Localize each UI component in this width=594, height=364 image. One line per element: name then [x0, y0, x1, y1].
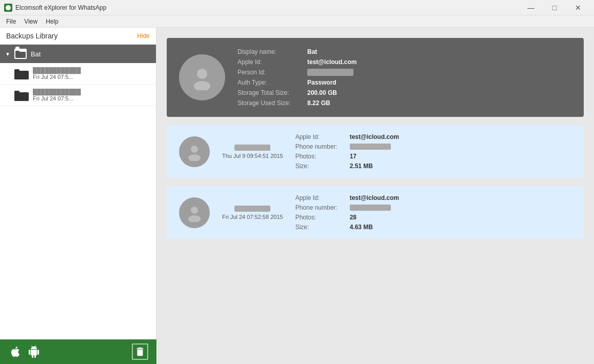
svg-point-0 [6, 5, 11, 10]
svg-point-10 [188, 154, 201, 161]
svg-rect-3 [14, 71, 29, 79]
menu-file[interactable]: File [2, 17, 20, 26]
backup1-apple-id-row: Apple Id: test@icloud.com [295, 133, 399, 140]
tree-child-date-1: Fri Jul 24 07:5... [33, 74, 81, 80]
backup-info-2: Apple Id: test@icloud.com Phone number: … [295, 194, 399, 231]
backup-label-col-1: Thu Jul 9 09:54:51 2015 [222, 145, 283, 159]
app-title: Elcomsoft eXplorer for WhatsApp [15, 4, 106, 11]
backup-name-blurred-2 [234, 206, 270, 212]
tree-child-text-2: ████████████ Fri Jul 24 07:5... [33, 89, 81, 102]
backup2-size-row: Size: 4.63 MB [295, 224, 399, 231]
maximize-button[interactable]: □ [543, 0, 566, 15]
svg-rect-6 [14, 91, 19, 93]
minimize-button[interactable]: — [519, 0, 543, 15]
backup-avatar-2 [179, 197, 210, 228]
backup2-phone-value [350, 205, 391, 211]
profile-info: Display name: Bat Apple Id: test@icloud.… [237, 48, 357, 107]
tree-arrow-icon: ▼ [5, 51, 10, 57]
backup2-phone-row: Phone number: [295, 204, 399, 211]
backup1-phone-value [350, 144, 391, 150]
backup2-apple-id-value: test@icloud.com [350, 194, 399, 201]
folder-icon-2 [14, 90, 29, 101]
tree-child-item-2[interactable]: ████████████ Fri Jul 24 07:5... [0, 85, 156, 106]
tree-child-item-1[interactable]: ████████████ Fri Jul 24 07:5... [0, 63, 156, 85]
profile-display-name-row: Display name: Bat [237, 48, 357, 55]
hide-link[interactable]: Hide [137, 32, 150, 39]
backup1-photos-row: Photos: 17 [295, 153, 399, 160]
backup1-size-value: 2.51 MB [350, 163, 373, 170]
menu-help[interactable]: Help [42, 17, 63, 26]
profile-auth-type-row: Auth Type: Password [237, 79, 357, 86]
backup2-apple-id-label: Apple Id: [295, 194, 347, 201]
backup1-apple-id-value: test@icloud.com [350, 133, 399, 140]
profile-auth-type-label: Auth Type: [237, 79, 304, 86]
profile-person-id-value [307, 69, 353, 76]
backup2-size-label: Size: [295, 224, 347, 231]
bottom-bar [0, 339, 156, 364]
profile-storage-total-row: Storage Total Size: 200.00 GB [237, 89, 357, 96]
title-bar-left: Elcomsoft eXplorer for WhatsApp [4, 4, 106, 12]
tree-child-date-2: Fri Jul 24 07:5... [33, 95, 81, 102]
svg-point-8 [194, 81, 210, 90]
backup2-photos-row: Photos: 28 [295, 214, 399, 221]
content-area: Display name: Bat Apple Id: test@icloud.… [156, 28, 594, 364]
profile-storage-used-value: 8.22 GB [307, 99, 330, 107]
profile-display-name-label: Display name: [237, 48, 304, 55]
android-icon[interactable] [27, 345, 41, 359]
profile-display-name-value: Bat [307, 48, 317, 55]
profile-card: Display name: Bat Apple Id: test@icloud.… [167, 38, 584, 117]
backup2-apple-id-row: Apple Id: test@icloud.com [295, 194, 399, 201]
sidebar: Backups Library Hide ▼ Bat [0, 28, 156, 364]
backup-info-1: Apple Id: test@icloud.com Phone number: … [295, 133, 399, 170]
backup1-phone-row: Phone number: [295, 143, 399, 150]
close-button[interactable]: ✕ [566, 0, 590, 15]
sidebar-title: Backups Library [6, 32, 57, 40]
app-icon [4, 4, 12, 12]
backup-avatar-1 [179, 136, 210, 167]
folder-icon-root [14, 49, 27, 59]
delete-button[interactable] [132, 343, 148, 360]
backup-card-2: Fri Jul 24 07:52:58 2015 Apple Id: test@… [167, 186, 584, 239]
profile-storage-total-label: Storage Total Size: [237, 89, 304, 96]
profile-auth-type-value: Password [307, 79, 336, 86]
backup2-size-value: 4.63 MB [350, 224, 373, 231]
backup2-phone-label: Phone number: [295, 204, 347, 211]
backup1-size-label: Size: [295, 163, 347, 170]
profile-apple-id-label: Apple Id: [237, 58, 304, 66]
sidebar-content: ▼ Bat ████████████ [0, 45, 156, 364]
tree-child-text-1: ████████████ Fri Jul 24 07:5... [33, 67, 81, 80]
backup-label-col-2: Fri Jul 24 07:52:58 2015 [222, 206, 283, 220]
profile-apple-id-row: Apple Id: test@icloud.com [237, 58, 357, 66]
backup1-photos-value: 17 [350, 153, 357, 160]
backup1-apple-id-label: Apple Id: [295, 133, 347, 140]
tree-child-name-1: ████████████ [33, 67, 81, 73]
apple-icon[interactable] [8, 345, 23, 359]
backup-card-1: Thu Jul 9 09:54:51 2015 Apple Id: test@i… [167, 125, 584, 178]
svg-point-12 [188, 215, 201, 222]
profile-apple-id-value: test@icloud.com [307, 58, 357, 66]
svg-point-7 [197, 69, 207, 79]
menu-view[interactable]: View [20, 17, 42, 26]
window-controls: — □ ✕ [519, 0, 590, 15]
sidebar-header: Backups Library Hide [0, 28, 156, 45]
profile-avatar [179, 54, 225, 100]
backup1-photos-label: Photos: [295, 153, 347, 160]
backup1-size-row: Size: 2.51 MB [295, 163, 399, 170]
backup1-phone-label: Phone number: [295, 143, 347, 150]
svg-point-11 [191, 207, 198, 214]
tree-root-item[interactable]: ▼ Bat [0, 45, 156, 63]
profile-person-id-row: Person Id: [237, 69, 357, 76]
backup-name-blurred-1 [234, 145, 270, 151]
menu-bar: File View Help [0, 15, 594, 28]
tree-child-name-2: ████████████ [33, 89, 81, 95]
tree-root-label: Bat [31, 50, 41, 58]
backup-date-2: Fri Jul 24 07:52:58 2015 [222, 214, 283, 220]
backup-date-1: Thu Jul 9 09:54:51 2015 [222, 153, 283, 159]
profile-storage-used-row: Storage Used Size: 8.22 GB [237, 99, 357, 107]
profile-storage-total-value: 200.00 GB [307, 89, 337, 96]
bottom-icons [8, 345, 41, 359]
backup2-photos-value: 28 [350, 214, 357, 221]
main-layout: Backups Library Hide ▼ Bat [0, 28, 594, 364]
svg-rect-4 [14, 69, 19, 72]
svg-point-9 [191, 146, 198, 153]
